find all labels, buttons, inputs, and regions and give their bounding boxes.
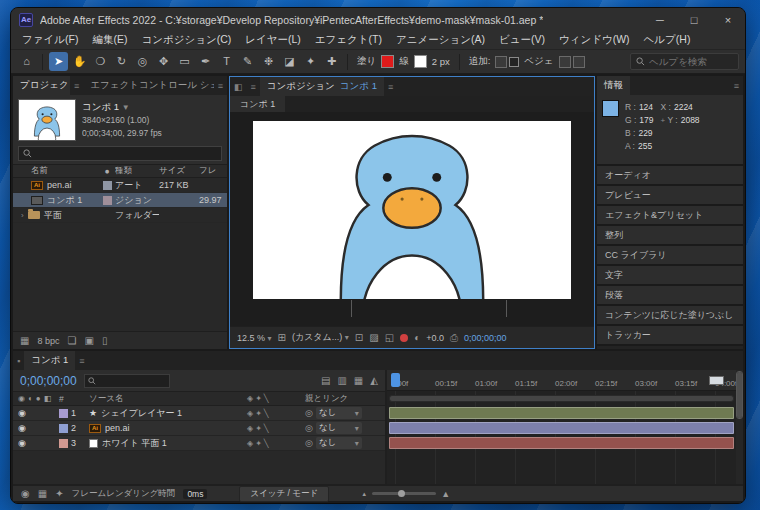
panel-menu-icon[interactable]: ≡ — [247, 82, 260, 92]
new-composition-icon[interactable]: ▣ — [84, 335, 93, 346]
panel-menu-icon[interactable]: ≡ — [214, 81, 227, 91]
layer-row-pen-ai[interactable]: ◉ 2 Aipen.ai ◈✦╲ ◎ なし▾ — [13, 421, 385, 436]
panel-paragraph[interactable]: 段落 — [597, 286, 743, 304]
selection-tool-icon[interactable]: ➤ — [49, 52, 68, 71]
new-folder-icon[interactable]: ❏ — [67, 335, 76, 346]
tab-effect-controls[interactable]: エフェクトコントロール シェイプ» — [83, 76, 213, 95]
layer-switches[interactable]: ◈✦╲ — [247, 409, 305, 418]
region-of-interest-icon[interactable]: ⊡ — [355, 332, 363, 343]
help-search-input[interactable] — [649, 56, 733, 67]
stroke-color-swatch[interactable] — [414, 55, 427, 68]
pan-behind-tool-icon[interactable]: ✥ — [154, 52, 173, 71]
layer-switches[interactable]: ◈✦╲ — [247, 424, 305, 433]
layer-color-chip[interactable] — [59, 439, 68, 448]
zoom-slider[interactable] — [372, 492, 436, 495]
stroke-width-value[interactable]: 2 px — [432, 56, 450, 67]
label-color-chip[interactable] — [103, 181, 112, 190]
add-option-icon[interactable] — [495, 56, 507, 68]
interpret-footage-icon[interactable]: ▦ — [20, 335, 29, 346]
snapshot-camera-icon[interactable]: ⎙ — [450, 332, 458, 344]
shape-tool-icon[interactable]: ▭ — [175, 52, 194, 71]
panel-audio[interactable]: オーディオ — [597, 166, 743, 184]
timeline-vertical-scrollbar[interactable] — [736, 370, 743, 484]
panel-tracker[interactable]: トラッカー — [597, 326, 743, 344]
menu-item-layer[interactable]: レイヤー(L) — [238, 33, 308, 47]
timeline-column-header[interactable]: ◉◐●◧ # ソース名 ◈✦╲ 親とリンク — [13, 391, 385, 406]
menu-item-help[interactable]: ヘルプ(H) — [637, 33, 698, 47]
menu-item-animation[interactable]: アニメーション(A) — [389, 33, 492, 47]
switches-modes-button[interactable]: スイッチ / モード — [239, 486, 329, 502]
exposure-value[interactable]: +0.0 — [426, 333, 444, 343]
grid-guides-icon[interactable]: ⊞ — [278, 332, 286, 343]
menu-item-effect[interactable]: エフェクト(T) — [308, 33, 389, 47]
timeline-tab-comp-1[interactable]: コンポ 1 — [24, 351, 75, 370]
scrollbar-thumb[interactable] — [737, 372, 742, 418]
panel-effects-presets[interactable]: エフェクト&プリセット — [597, 206, 743, 224]
expander-icon[interactable]: › — [21, 211, 24, 220]
project-bpc[interactable]: 8 bpc — [37, 336, 59, 346]
tab-composition[interactable]: コンポジション コンポ 1 — [260, 77, 384, 96]
project-table-header[interactable]: 名前 ● 種類 サイズ フレ — [13, 164, 227, 178]
tab-project[interactable]: プロジェクト — [13, 76, 70, 95]
menu-item-view[interactable]: ビュー(V) — [492, 33, 552, 47]
time-ruler[interactable]: :00f 00:15f 01:00f 01:15f 02:00f 02:15f … — [387, 370, 736, 391]
roto-brush-tool-icon[interactable]: ✦ — [301, 52, 320, 71]
performance-icon[interactable]: ▦ — [38, 488, 47, 499]
bezier-checkbox[interactable] — [509, 57, 519, 67]
pen-tool-icon[interactable]: ✒ — [196, 52, 215, 71]
camera-tool-icon[interactable]: ◎ — [133, 52, 152, 71]
panel-cc-libraries[interactable]: CC ライブラリ — [597, 246, 743, 264]
parent-dropdown[interactable]: なし▾ — [316, 437, 362, 449]
footage-thumbnail[interactable] — [19, 100, 75, 140]
menu-item-composition[interactable]: コンポジション(C) — [134, 33, 238, 47]
orbit-camera-tool-icon[interactable]: ↻ — [112, 52, 131, 71]
label-color-chip[interactable] — [103, 196, 112, 205]
snail-icon[interactable]: ✦ — [55, 488, 63, 499]
zoom-out-mountain-icon[interactable]: ▲ — [361, 491, 367, 497]
layer-color-chip[interactable] — [59, 424, 68, 433]
panel-character[interactable]: 文字 — [597, 266, 743, 284]
menu-item-file[interactable]: ファイル(F) — [15, 33, 85, 47]
viewer-timecode[interactable]: 0;00;00;00 — [464, 333, 507, 343]
hand-tool-icon[interactable]: ✋ — [70, 52, 89, 71]
mask-visibility-icon[interactable]: ◱ — [385, 332, 394, 343]
parent-dropdown[interactable]: なし▾ — [316, 407, 362, 419]
brush-tool-icon[interactable]: ✎ — [238, 52, 257, 71]
close-button[interactable]: × — [711, 8, 745, 31]
type-tool-icon[interactable]: T — [217, 52, 236, 71]
maximize-button[interactable]: □ — [677, 8, 711, 31]
minimize-button[interactable]: ─ — [643, 8, 677, 31]
transparency-grid-icon[interactable]: ▨ — [369, 332, 378, 343]
exposure-icon[interactable]: ◐ — [414, 332, 420, 343]
work-area-bar[interactable] — [389, 395, 734, 402]
project-row-folder[interactable]: ›平面 フォルダー — [13, 208, 227, 223]
pickwhip-icon[interactable]: ◎ — [305, 423, 313, 433]
render-status-icon[interactable]: ◉ — [21, 488, 30, 499]
panel-menu-icon[interactable]: ≡ — [75, 356, 88, 366]
timeline-zoom-control[interactable]: ▲ ▲ — [361, 489, 450, 499]
layer-row-shape[interactable]: ◉ 1 ★シェイプレイヤー 1 ◈✦╲ ◎ なし▾ — [13, 406, 385, 421]
layer-bar-pen-ai[interactable] — [389, 422, 734, 434]
timeline-search-box[interactable] — [84, 374, 170, 388]
timeline-track-area[interactable]: :00f 00:15f 01:00f 01:15f 02:00f 02:15f … — [387, 370, 743, 484]
comp-marker-bin[interactable] — [709, 376, 724, 385]
fill-color-swatch[interactable] — [381, 55, 394, 68]
layer-row-white-solid[interactable]: ◉ 3 ホワイト 平面 1 ◈✦╲ ◎ なし▾ — [13, 436, 385, 451]
resolution-dropdown[interactable]: (カスタム...) ▾ — [292, 331, 349, 344]
puppet-pin-tool-icon[interactable]: ✚ — [322, 52, 341, 71]
pickwhip-icon[interactable]: ◎ — [305, 438, 313, 448]
selected-item-name[interactable]: コンポ 1 ▼ — [82, 100, 162, 114]
layer-bar-shape[interactable] — [389, 407, 734, 419]
composition-viewer[interactable] — [230, 112, 594, 326]
pickwhip-icon[interactable]: ◎ — [305, 408, 313, 418]
panel-menu-icon[interactable]: ≡ — [70, 81, 83, 91]
mini-flowchart-icon[interactable]: ▤ — [321, 375, 330, 386]
zoom-slider-thumb[interactable] — [398, 490, 405, 497]
clone-stamp-tool-icon[interactable]: ❉ — [259, 52, 278, 71]
home-tool-icon[interactable]: ⌂ — [17, 52, 36, 71]
parent-dropdown[interactable]: なし▾ — [316, 422, 362, 434]
panel-lock-icon[interactable]: ◧ — [230, 82, 247, 92]
menu-item-edit[interactable]: 編集(E) — [85, 33, 134, 47]
panel-menu-icon[interactable]: ≡ — [384, 82, 397, 92]
panel-align[interactable]: 整列 — [597, 226, 743, 244]
